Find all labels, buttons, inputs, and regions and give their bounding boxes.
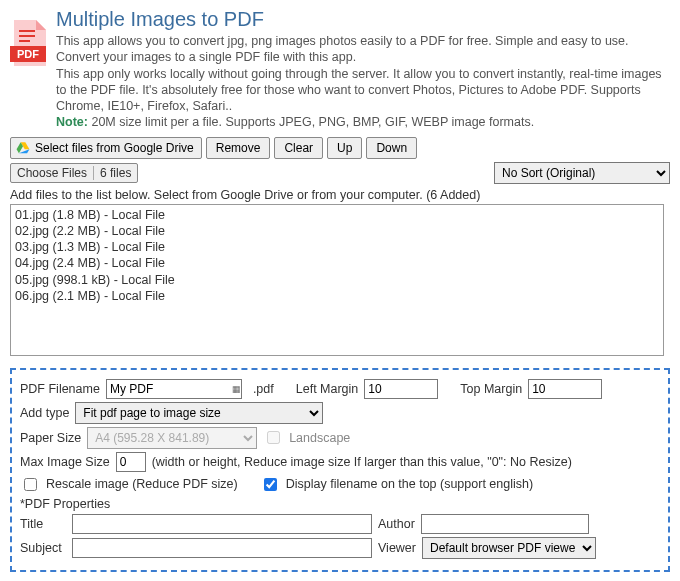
left-margin-input[interactable] (364, 379, 438, 399)
subject-input[interactable] (72, 538, 372, 558)
svg-rect-3 (19, 35, 35, 37)
left-margin-label: Left Margin (296, 382, 359, 396)
filename-input[interactable] (106, 379, 242, 399)
sort-select[interactable]: No Sort (Original) (494, 162, 670, 184)
pdf-properties-header: *PDF Properties (20, 497, 110, 511)
description: This app allows you to convert jpg, png … (56, 33, 670, 131)
subject-label: Subject (20, 541, 66, 555)
down-button[interactable]: Down (366, 137, 417, 159)
viewer-select[interactable]: Default browser PDF viewer (422, 537, 596, 559)
choose-files-button[interactable]: Choose Files 6 files (10, 163, 138, 183)
list-item[interactable]: 02.jpg (2.2 MB) - Local File (15, 223, 659, 239)
list-item[interactable]: 03.jpg (1.3 MB) - Local File (15, 239, 659, 255)
pdf-extension: .pdf (253, 382, 274, 396)
list-item[interactable]: 01.jpg (1.8 MB) - Local File (15, 207, 659, 223)
select-google-drive-button[interactable]: Select files from Google Drive (10, 137, 202, 159)
up-button[interactable]: Up (327, 137, 362, 159)
landscape-label: Landscape (289, 431, 350, 445)
google-drive-icon (16, 141, 30, 155)
filename-label: PDF Filename (20, 382, 100, 396)
list-item[interactable]: 05.jpg (998.1 kB) - Local File (15, 272, 659, 288)
display-filename-checkbox[interactable] (264, 478, 277, 491)
page-title: Multiple Images to PDF (56, 8, 670, 31)
max-image-label: Max Image Size (20, 455, 110, 469)
hint-text: Add files to the list below. Select from… (10, 188, 670, 202)
remove-button[interactable]: Remove (206, 137, 271, 159)
rescale-label: Rescale image (Reduce PDF size) (46, 477, 238, 491)
list-item[interactable]: 04.jpg (2.4 MB) - Local File (15, 255, 659, 271)
paper-size-label: Paper Size (20, 431, 81, 445)
google-drive-label: Select files from Google Drive (35, 141, 194, 155)
paper-size-select[interactable]: A4 (595.28 X 841.89) (87, 427, 257, 449)
display-filename-label: Display filename on the top (support eng… (286, 477, 533, 491)
add-type-label: Add type (20, 406, 69, 420)
clear-button[interactable]: Clear (274, 137, 323, 159)
svg-rect-4 (19, 40, 30, 42)
top-margin-input[interactable] (528, 379, 602, 399)
pdf-icon: PDF (10, 20, 46, 131)
list-item[interactable]: 06.jpg (2.1 MB) - Local File (15, 288, 659, 304)
svg-rect-2 (19, 30, 35, 32)
files-count: 6 files (100, 166, 131, 180)
max-image-input[interactable] (116, 452, 146, 472)
author-input[interactable] (421, 514, 589, 534)
landscape-checkbox[interactable] (267, 431, 280, 444)
svg-text:PDF: PDF (17, 48, 39, 60)
file-list[interactable]: 01.jpg (1.8 MB) - Local File02.jpg (2.2 … (10, 204, 664, 356)
title-label: Title (20, 517, 66, 531)
viewer-label: Viewer (378, 541, 416, 555)
max-image-hint: (width or height, Reduce image size If l… (152, 455, 572, 469)
top-margin-label: Top Margin (460, 382, 522, 396)
add-type-select[interactable]: Fit pdf page to image size (75, 402, 323, 424)
rescale-checkbox[interactable] (24, 478, 37, 491)
options-panel: PDF Filename ▦ .pdf Left Margin Top Marg… (10, 368, 670, 572)
author-label: Author (378, 517, 415, 531)
title-input[interactable] (72, 514, 372, 534)
